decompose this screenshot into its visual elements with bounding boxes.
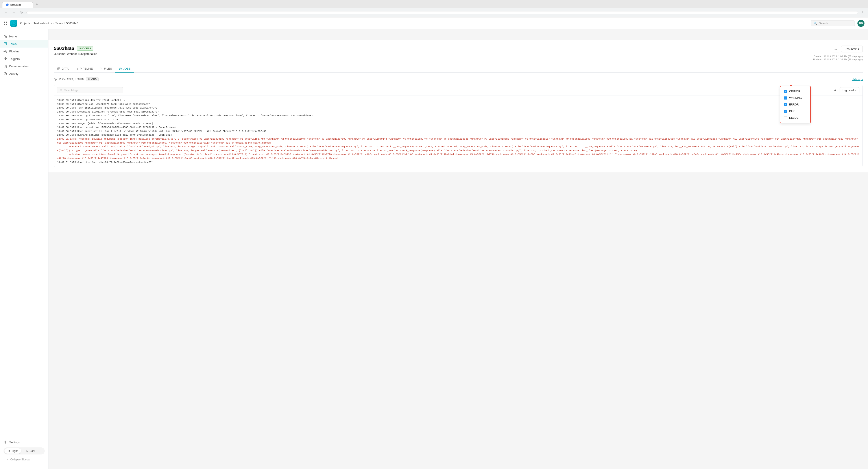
breadcrumb-projects[interactable]: Projects (20, 22, 30, 25)
task-created: Created: 11 Oct 2023, 1:08 PM (35 days a… (813, 55, 863, 58)
browser-menu-button[interactable]: ⋮ (860, 9, 865, 16)
log-search-placeholder: Search logs (64, 89, 78, 92)
task-id: 5603f8a6 (54, 45, 74, 51)
log-search-input[interactable]: Search logs (57, 87, 123, 93)
main-content: 5603f8a6 SUCCESS Outcome: Webbot: Naviga… (49, 40, 868, 173)
tab-data[interactable]: DATA (54, 65, 72, 73)
checkbox-error[interactable]: ✓ (784, 103, 787, 106)
job-timestamp: 11 Oct 2023, 1:08 PM CLOUD (54, 77, 99, 81)
sidebar-label-triggers: Triggers (9, 57, 20, 61)
checkbox-warning[interactable]: ✓ (784, 96, 787, 99)
log-line: 13:09:31 ERROR Message: invalid argument… (57, 137, 860, 160)
sidebar-item-triggers[interactable]: Triggers (0, 55, 48, 63)
resubmit-button[interactable]: Resubmit ▾ (841, 45, 863, 53)
pipeline-icon (3, 50, 7, 53)
task-header: 5603f8a6 SUCCESS Outcome: Webbot: Naviga… (54, 45, 863, 61)
log-controls: Ao Log Level ▾ (834, 87, 860, 93)
svg-point-7 (4, 51, 5, 52)
jobs-tab-icon (119, 67, 122, 70)
svg-rect-2 (4, 24, 5, 25)
job-header-row: 11 Oct 2023, 1:08 PM CLOUD Hide logs (54, 77, 863, 81)
sidebar-label-tasks: Tasks (9, 42, 17, 45)
resubmit-dropdown-icon: ▾ (858, 48, 860, 51)
task-title-row: 5603f8a6 SUCCESS (54, 45, 97, 51)
hide-logs-button[interactable]: Hide logs (852, 78, 863, 81)
log-line: 13:09:30 INFO Stage: [8dabd7ff-a2ae-41bd… (57, 122, 860, 126)
breadcrumb-webbot[interactable]: Test webbot (34, 22, 49, 25)
tasks-icon (3, 42, 7, 45)
webbot-dropdown-button[interactable]: ▾ (51, 22, 52, 25)
log-line: 13:09:30 INFO Running flow version "1.0"… (57, 114, 860, 118)
grid-menu-icon[interactable] (3, 21, 7, 26)
sidebar-item-home[interactable]: Home (0, 33, 48, 40)
cloud-badge: CLOUD (86, 77, 99, 81)
dropdown-item-error[interactable]: ✓ ERROR (780, 101, 810, 108)
resubmit-label: Resubmit (844, 48, 857, 51)
dropdown-item-critical[interactable]: ✓ CRITICIAL (780, 88, 810, 95)
new-tab-button[interactable]: + (34, 1, 40, 8)
log-line: 13:09:31 INFO Completed Job: Jdee00d71-1… (57, 160, 860, 164)
log-line: 13:09:30 INFO User agent set to: Mozilla… (57, 129, 860, 133)
sidebar: Home Tasks (0, 29, 49, 173)
more-options-button[interactable]: ··· (832, 46, 839, 53)
log-search-icon (60, 89, 63, 92)
dropdown-item-warning[interactable]: ✓ WARNING (780, 95, 810, 101)
log-line: 13:09:30 INFO Running Core Version v1.3.… (57, 118, 860, 122)
log-level-label: Log Level (842, 89, 854, 92)
log-toolbar: Search logs Ao Log Level ▾ (54, 85, 863, 96)
tab-files-label: FILES (104, 67, 112, 70)
sidebar-item-tasks[interactable]: Tasks (0, 40, 48, 48)
reload-button[interactable]: ↻ (19, 9, 25, 15)
log-font-size-control[interactable]: Ao (834, 89, 837, 92)
top-navigation: Projects / Test webbot ▾ / Tasks / 5603f… (0, 18, 868, 29)
outcome-value: Webbot: Navigate failed (67, 52, 97, 56)
task-actions: ··· Resubmit ▾ (832, 45, 863, 53)
sidebar-label-activity: Activity (9, 72, 18, 75)
tab-favicon (6, 3, 8, 6)
forward-button[interactable]: → (10, 9, 17, 15)
breadcrumb-current: 5603f8a6 (66, 22, 78, 25)
clock-icon (54, 78, 57, 81)
breadcrumb-tasks[interactable]: Tasks (56, 22, 63, 25)
log-line: 13:09:30 INFO Running action: [3d98d253-… (57, 133, 860, 137)
avatar[interactable]: BB (858, 20, 865, 27)
search-box[interactable]: 🔍 Search (811, 20, 855, 26)
dropdown-item-debug[interactable]: ✓ DEBUG (780, 115, 810, 121)
checkbox-info[interactable]: ✓ (784, 110, 787, 113)
tab-jobs[interactable]: JOBS (115, 65, 134, 73)
log-line: 13:09:29 INFO Task initialised: T5603f8a… (57, 106, 860, 110)
status-badge: SUCCESS (77, 46, 93, 51)
search-placeholder: Search (819, 22, 828, 25)
svg-rect-3 (6, 24, 7, 25)
dropdown-label-error: ERROR (789, 103, 799, 106)
sidebar-item-pipeline[interactable]: Pipeline (0, 48, 48, 55)
dropdown-label-critical: CRITICIAL (789, 90, 802, 93)
job-time: 11 Oct 2023, 1:08 PM (59, 78, 84, 81)
sidebar-item-activity[interactable]: Activity (0, 70, 48, 77)
pipeline-tab-icon (76, 67, 79, 70)
sidebar-item-documentation[interactable]: Documentation (0, 63, 48, 70)
tab-label: 5603f8a6 (10, 3, 21, 6)
svg-point-16 (60, 89, 62, 91)
checkbox-debug[interactable]: ✓ (784, 116, 787, 119)
tab-pipeline-label: PIPELINE (80, 67, 93, 70)
log-level-button[interactable]: Log Level ▾ (840, 87, 860, 93)
breadcrumb: Projects / Test webbot ▾ / Tasks / 5603f… (20, 22, 78, 25)
svg-point-5 (12, 22, 15, 25)
sidebar-label-pipeline: Pipeline (9, 50, 20, 53)
checkbox-critical[interactable]: ✓ (784, 90, 787, 93)
browser-tab[interactable]: 5603f8a6 (2, 2, 33, 8)
tab-pipeline[interactable]: PIPELINE (72, 65, 96, 73)
svg-rect-0 (4, 22, 5, 23)
log-line: 13:09:29 INFO Starting Job for [Test web… (57, 98, 860, 102)
tab-files[interactable]: FILES (96, 65, 115, 73)
svg-point-8 (6, 50, 7, 51)
back-button[interactable]: ← (3, 9, 9, 15)
log-line: 13:09:29 INFO Started Job: Jdee00d71-1c5… (57, 102, 860, 106)
dropdown-item-info[interactable]: ✓ INFO (780, 108, 810, 115)
sidebar-label-documentation: Documentation (9, 65, 28, 68)
search-icon: 🔍 (814, 22, 817, 25)
dropdown-label-warning: WARNING (789, 96, 802, 99)
log-level-dropdown: ✓ CRITICIAL ✓ WARNING ✓ ERROR ✓ INFO ✓ D… (780, 86, 811, 123)
address-bar[interactable] (26, 11, 858, 14)
